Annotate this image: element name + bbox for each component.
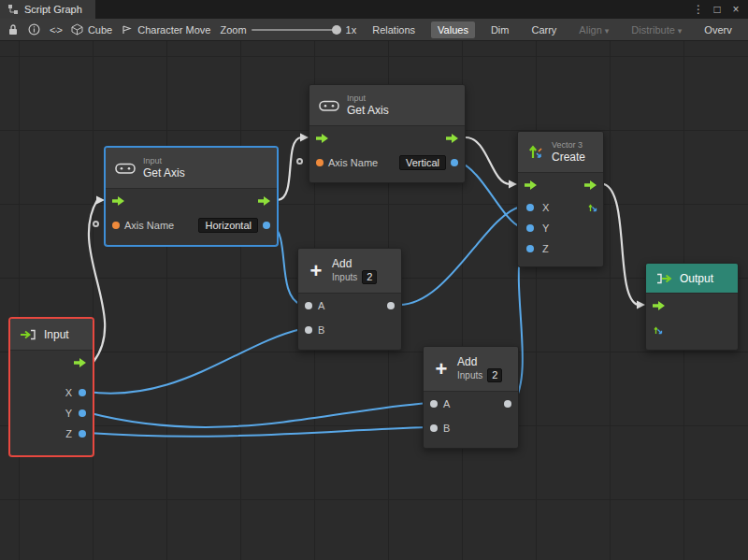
- gamepad-icon: [319, 99, 339, 112]
- inputs-count-field[interactable]: 2: [362, 270, 377, 284]
- node-input[interactable]: Input X Y Z: [9, 318, 94, 456]
- control-out-port[interactable]: [74, 358, 86, 367]
- carry-button[interactable]: Carry: [525, 22, 563, 38]
- close-icon[interactable]: ×: [727, 0, 744, 19]
- b-in-port[interactable]: [305, 326, 312, 334]
- b-label: B: [318, 324, 324, 336]
- node-header: + Add Inputs 2: [298, 249, 401, 294]
- target-port[interactable]: [296, 158, 303, 165]
- axis-name-label: Axis Name: [124, 220, 174, 231]
- relations-button[interactable]: Relations: [366, 22, 422, 38]
- node-subtitle: Vector 3: [552, 140, 585, 151]
- zoom-label: Zoom: [220, 24, 246, 36]
- result-out-port[interactable]: [263, 222, 270, 229]
- node-title: Create: [552, 151, 585, 164]
- x-out-port[interactable]: [79, 389, 86, 396]
- info-icon[interactable]: [28, 23, 40, 36]
- node-subtitle: Input: [143, 156, 185, 166]
- axis-name-field[interactable]: Horizontal: [198, 218, 258, 233]
- plus-icon: +: [433, 359, 450, 380]
- control-out-port[interactable]: [258, 196, 270, 206]
- graph-name: Character Move: [137, 24, 210, 36]
- overview-button[interactable]: Overv: [698, 22, 738, 38]
- z-in-port[interactable]: [526, 245, 534, 252]
- y-label: Y: [542, 223, 549, 234]
- x-in-port[interactable]: [526, 204, 534, 211]
- window-menu-icon[interactable]: ⋮: [690, 0, 707, 19]
- node-get-axis-vertical[interactable]: Input Get Axis Axis Name Vertical: [309, 84, 466, 183]
- gamepad-icon: [115, 162, 136, 175]
- zoom-slider[interactable]: [252, 29, 341, 31]
- tab-script-graph[interactable]: Script Graph: [0, 0, 95, 19]
- vector3-in-port[interactable]: [653, 324, 664, 336]
- vector3-icon: [527, 144, 544, 161]
- control-in-port[interactable]: [112, 196, 124, 206]
- control-out-port[interactable]: [584, 180, 597, 190]
- inputs-label: Inputs: [457, 370, 482, 381]
- y-in-port[interactable]: [526, 224, 534, 232]
- a-label: A: [318, 300, 324, 311]
- y-out-port[interactable]: [79, 409, 86, 417]
- zoom-value: 1x: [346, 24, 357, 36]
- control-out-port[interactable]: [446, 134, 458, 143]
- node-vector3-create[interactable]: Vector 3 Create X Y Z: [517, 131, 604, 267]
- distribute-dropdown[interactable]: Distribute▾: [625, 22, 688, 38]
- output-port-icon: [655, 273, 672, 284]
- sum-out-port[interactable]: [387, 302, 395, 309]
- input-port-icon: [20, 329, 36, 340]
- plus-icon: +: [308, 261, 324, 281]
- chevron-down-icon: ▾: [678, 26, 683, 36]
- node-title: Get Axis: [143, 166, 185, 179]
- inputs-count-field[interactable]: 2: [487, 368, 502, 382]
- script-graph-icon: [7, 4, 19, 15]
- graph-breadcrumb-button[interactable]: Character Move: [122, 24, 210, 36]
- node-add-2[interactable]: + Add Inputs 2 A B: [423, 346, 519, 449]
- maximize-icon[interactable]: □: [709, 0, 726, 19]
- inputs-label: Inputs: [332, 272, 357, 283]
- tab-title: Script Graph: [24, 4, 82, 15]
- control-in-port[interactable]: [316, 134, 328, 143]
- node-add-1[interactable]: + Add Inputs 2 A B: [297, 248, 402, 351]
- axis-name-port[interactable]: [316, 159, 324, 166]
- vector3-out-port[interactable]: [587, 202, 598, 213]
- node-header: Input: [10, 319, 93, 351]
- zoom-slider-handle[interactable]: [332, 25, 341, 35]
- z-out-port[interactable]: [79, 430, 86, 438]
- z-label: Z: [65, 428, 72, 439]
- lock-icon[interactable]: [7, 23, 19, 36]
- node-title: Input: [44, 328, 69, 341]
- graph-overview-icon[interactable]: <∙>: [50, 24, 62, 36]
- axis-name-field[interactable]: Vertical: [399, 155, 446, 170]
- a-in-port[interactable]: [305, 302, 312, 309]
- node-header: Vector 3 Create: [518, 132, 603, 173]
- axis-name-port[interactable]: [112, 222, 120, 229]
- control-in-port[interactable]: [525, 180, 537, 190]
- y-label: Y: [65, 408, 72, 419]
- node-subtitle: Input: [347, 93, 389, 104]
- axis-name-label: Axis Name: [328, 157, 378, 168]
- target-port[interactable]: [93, 221, 99, 227]
- b-label: B: [443, 423, 450, 434]
- result-out-port[interactable]: [451, 159, 458, 166]
- sum-out-port[interactable]: [504, 400, 511, 408]
- a-in-port[interactable]: [430, 400, 438, 408]
- b-in-port[interactable]: [430, 424, 438, 432]
- dim-button[interactable]: Dim: [484, 22, 516, 38]
- script-graph-asset-icon: [122, 24, 133, 36]
- control-in-port[interactable]: [653, 301, 665, 310]
- node-output[interactable]: Output: [645, 263, 739, 351]
- object-breadcrumb-button[interactable]: Cube: [71, 23, 112, 36]
- object-name: Cube: [88, 24, 112, 36]
- values-button[interactable]: Values: [431, 22, 475, 38]
- x-label: X: [542, 202, 549, 213]
- cube-icon: [71, 23, 83, 36]
- chevron-down-icon: ▾: [605, 26, 610, 36]
- node-title: Output: [680, 272, 713, 285]
- graph-toolbar: <∙> Cube Character Move Zoom 1x Relation…: [0, 19, 748, 41]
- z-label: Z: [542, 243, 549, 254]
- node-title: Add: [457, 355, 502, 368]
- node-header: Output: [646, 264, 738, 294]
- align-dropdown[interactable]: Align▾: [572, 22, 615, 38]
- a-label: A: [443, 398, 450, 409]
- node-get-axis-horizontal[interactable]: Input Get Axis Axis Name Horizontal: [105, 147, 278, 246]
